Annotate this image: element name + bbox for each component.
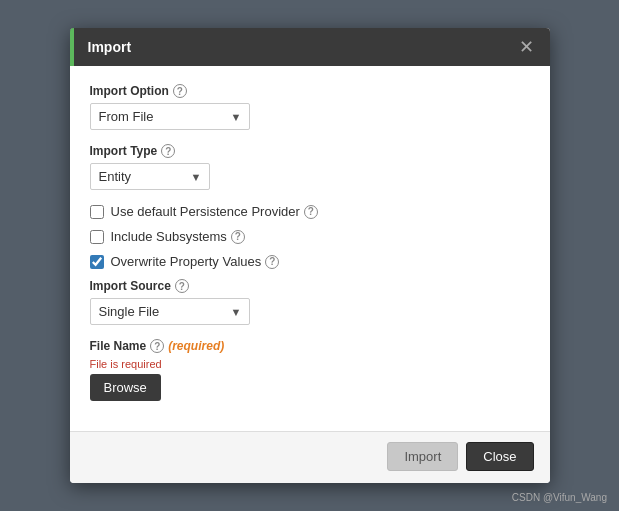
dialog-title: Import bbox=[88, 39, 132, 55]
import-button[interactable]: Import bbox=[387, 442, 458, 471]
overwrite-label[interactable]: Overwrite Property Values ? bbox=[111, 254, 280, 269]
import-source-select[interactable]: Single File Multiple Files bbox=[90, 298, 250, 325]
import-option-select[interactable]: From File From URL bbox=[90, 103, 250, 130]
import-type-help-icon[interactable]: ? bbox=[161, 144, 175, 158]
persistence-checkbox-row: Use default Persistence Provider ? bbox=[90, 204, 530, 219]
close-button[interactable]: Close bbox=[466, 442, 533, 471]
import-source-group: Import Source ? Single File Multiple Fil… bbox=[90, 279, 530, 325]
overwrite-checkbox[interactable] bbox=[90, 255, 104, 269]
file-name-help-icon[interactable]: ? bbox=[150, 339, 164, 353]
file-error-text: File is required bbox=[90, 358, 530, 370]
import-type-select[interactable]: Entity Flow Rule bbox=[90, 163, 210, 190]
import-option-label: Import Option ? bbox=[90, 84, 530, 98]
import-source-label: Import Source ? bbox=[90, 279, 530, 293]
overwrite-checkbox-row: Overwrite Property Values ? bbox=[90, 254, 530, 269]
import-source-help-icon[interactable]: ? bbox=[175, 279, 189, 293]
import-type-label: Import Type ? bbox=[90, 144, 530, 158]
file-name-label: File Name ? (required) bbox=[90, 339, 530, 353]
dialog-footer: Import Close bbox=[70, 431, 550, 483]
overwrite-help-icon[interactable]: ? bbox=[265, 255, 279, 269]
subsystems-checkbox[interactable] bbox=[90, 230, 104, 244]
close-x-button[interactable]: ✕ bbox=[517, 38, 536, 56]
subsystems-help-icon[interactable]: ? bbox=[231, 230, 245, 244]
file-name-group: File Name ? (required) File is required … bbox=[90, 339, 530, 401]
dialog-body: Import Option ? From File From URL ▼ Imp… bbox=[70, 66, 550, 431]
browse-button[interactable]: Browse bbox=[90, 374, 161, 401]
persistence-checkbox[interactable] bbox=[90, 205, 104, 219]
import-option-group: Import Option ? From File From URL ▼ bbox=[90, 84, 530, 130]
dialog-header: Import ✕ bbox=[70, 28, 550, 66]
watermark: CSDN @Vifun_Wang bbox=[512, 492, 607, 503]
import-type-select-wrapper: Entity Flow Rule ▼ bbox=[90, 163, 210, 190]
import-source-select-wrapper: Single File Multiple Files ▼ bbox=[90, 298, 250, 325]
required-text: (required) bbox=[168, 339, 224, 353]
import-option-help-icon[interactable]: ? bbox=[173, 84, 187, 98]
import-option-select-wrapper: From File From URL ▼ bbox=[90, 103, 250, 130]
subsystems-checkbox-row: Include Subsystems ? bbox=[90, 229, 530, 244]
persistence-label[interactable]: Use default Persistence Provider ? bbox=[111, 204, 318, 219]
import-dialog: Import ✕ Import Option ? From File From … bbox=[70, 28, 550, 483]
subsystems-label[interactable]: Include Subsystems ? bbox=[111, 229, 245, 244]
persistence-help-icon[interactable]: ? bbox=[304, 205, 318, 219]
import-type-group: Import Type ? Entity Flow Rule ▼ bbox=[90, 144, 530, 190]
